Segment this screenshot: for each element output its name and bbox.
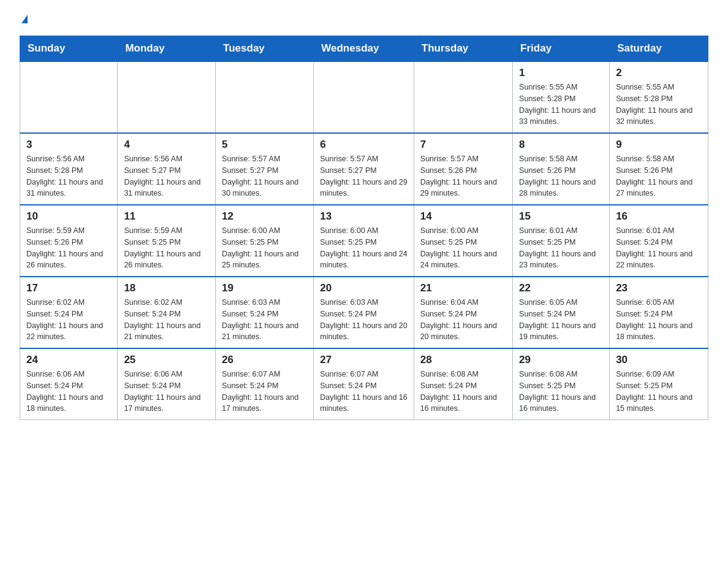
day-number: 15 <box>519 210 603 223</box>
day-info: Sunrise: 6:00 AMSunset: 5:25 PMDaylight:… <box>222 225 307 271</box>
day-info: Sunrise: 6:08 AMSunset: 5:24 PMDaylight:… <box>420 369 506 415</box>
day-number: 26 <box>222 354 307 366</box>
table-row <box>20 61 118 133</box>
day-info: Sunrise: 5:59 AMSunset: 5:25 PMDaylight:… <box>124 225 209 271</box>
day-info: Sunrise: 6:04 AMSunset: 5:24 PMDaylight:… <box>420 297 506 343</box>
calendar-week-row: 3Sunrise: 5:56 AMSunset: 5:28 PMDaylight… <box>20 133 708 205</box>
col-sunday: Sunday <box>20 36 118 62</box>
day-number: 17 <box>26 282 111 294</box>
table-row: 23Sunrise: 6:05 AMSunset: 5:24 PMDayligh… <box>610 277 708 348</box>
table-row: 11Sunrise: 5:59 AMSunset: 5:25 PMDayligh… <box>118 205 216 277</box>
table-row: 25Sunrise: 6:06 AMSunset: 5:24 PMDayligh… <box>118 348 216 420</box>
day-number: 27 <box>320 354 408 366</box>
table-row: 22Sunrise: 6:05 AMSunset: 5:24 PMDayligh… <box>513 277 610 348</box>
table-row: 8Sunrise: 5:58 AMSunset: 5:26 PMDaylight… <box>513 133 610 205</box>
table-row: 13Sunrise: 6:00 AMSunset: 5:25 PMDayligh… <box>314 205 414 277</box>
day-info: Sunrise: 6:02 AMSunset: 5:24 PMDaylight:… <box>26 297 111 343</box>
day-info: Sunrise: 6:03 AMSunset: 5:24 PMDaylight:… <box>320 297 408 343</box>
day-number: 14 <box>420 210 506 223</box>
day-number: 28 <box>420 354 506 366</box>
day-number: 30 <box>616 354 702 366</box>
logo <box>20 15 28 25</box>
day-info: Sunrise: 5:57 AMSunset: 5:26 PMDaylight:… <box>420 153 506 199</box>
col-monday: Monday <box>118 36 216 62</box>
day-number: 8 <box>519 139 603 151</box>
calendar-week-row: 1Sunrise: 5:55 AMSunset: 5:28 PMDaylight… <box>20 61 708 133</box>
day-number: 20 <box>320 282 408 294</box>
table-row <box>216 61 314 133</box>
logo-triangle-icon <box>21 15 28 23</box>
day-info: Sunrise: 6:01 AMSunset: 5:24 PMDaylight:… <box>616 225 702 271</box>
table-row: 28Sunrise: 6:08 AMSunset: 5:24 PMDayligh… <box>414 348 512 420</box>
day-info: Sunrise: 5:59 AMSunset: 5:26 PMDaylight:… <box>26 225 111 271</box>
day-number: 10 <box>26 210 111 223</box>
table-row: 4Sunrise: 5:56 AMSunset: 5:27 PMDaylight… <box>118 133 216 205</box>
table-row <box>414 61 512 133</box>
table-row: 2Sunrise: 5:55 AMSunset: 5:28 PMDaylight… <box>610 61 708 133</box>
day-number: 23 <box>616 282 702 294</box>
day-info: Sunrise: 6:02 AMSunset: 5:24 PMDaylight:… <box>124 297 209 343</box>
table-row: 9Sunrise: 5:58 AMSunset: 5:26 PMDaylight… <box>610 133 708 205</box>
day-number: 11 <box>124 210 209 223</box>
table-row: 19Sunrise: 6:03 AMSunset: 5:24 PMDayligh… <box>216 277 314 348</box>
table-row <box>118 61 216 133</box>
table-row: 14Sunrise: 6:00 AMSunset: 5:25 PMDayligh… <box>414 205 512 277</box>
calendar-week-row: 24Sunrise: 6:06 AMSunset: 5:24 PMDayligh… <box>20 348 708 420</box>
table-row: 18Sunrise: 6:02 AMSunset: 5:24 PMDayligh… <box>118 277 216 348</box>
day-info: Sunrise: 5:55 AMSunset: 5:28 PMDaylight:… <box>616 82 702 128</box>
calendar-table: Sunday Monday Tuesday Wednesday Thursday… <box>20 36 708 420</box>
day-number: 9 <box>616 139 702 151</box>
day-info: Sunrise: 6:00 AMSunset: 5:25 PMDaylight:… <box>320 225 408 271</box>
table-row: 24Sunrise: 6:06 AMSunset: 5:24 PMDayligh… <box>20 348 118 420</box>
day-info: Sunrise: 5:57 AMSunset: 5:27 PMDaylight:… <box>320 153 408 199</box>
table-row: 20Sunrise: 6:03 AMSunset: 5:24 PMDayligh… <box>314 277 414 348</box>
table-row: 17Sunrise: 6:02 AMSunset: 5:24 PMDayligh… <box>20 277 118 348</box>
day-info: Sunrise: 6:03 AMSunset: 5:24 PMDaylight:… <box>222 297 307 343</box>
table-row: 27Sunrise: 6:07 AMSunset: 5:24 PMDayligh… <box>314 348 414 420</box>
day-info: Sunrise: 5:56 AMSunset: 5:27 PMDaylight:… <box>124 153 209 199</box>
col-tuesday: Tuesday <box>216 36 314 62</box>
day-info: Sunrise: 6:01 AMSunset: 5:25 PMDaylight:… <box>519 225 603 271</box>
col-friday: Friday <box>513 36 610 62</box>
day-number: 24 <box>26 354 111 366</box>
calendar-week-row: 10Sunrise: 5:59 AMSunset: 5:26 PMDayligh… <box>20 205 708 277</box>
day-number: 18 <box>124 282 209 294</box>
day-number: 3 <box>26 139 111 151</box>
day-info: Sunrise: 6:09 AMSunset: 5:25 PMDaylight:… <box>616 369 702 415</box>
table-row: 1Sunrise: 5:55 AMSunset: 5:28 PMDaylight… <box>513 61 610 133</box>
day-info: Sunrise: 6:05 AMSunset: 5:24 PMDaylight:… <box>616 297 702 343</box>
col-thursday: Thursday <box>414 36 512 62</box>
day-info: Sunrise: 6:07 AMSunset: 5:24 PMDaylight:… <box>320 369 408 415</box>
table-row: 5Sunrise: 5:57 AMSunset: 5:27 PMDaylight… <box>216 133 314 205</box>
calendar-week-row: 17Sunrise: 6:02 AMSunset: 5:24 PMDayligh… <box>20 277 708 348</box>
day-number: 29 <box>519 354 603 366</box>
day-number: 1 <box>519 67 603 79</box>
day-number: 21 <box>420 282 506 294</box>
day-info: Sunrise: 6:06 AMSunset: 5:24 PMDaylight:… <box>26 369 111 415</box>
table-row: 30Sunrise: 6:09 AMSunset: 5:25 PMDayligh… <box>610 348 708 420</box>
day-number: 4 <box>124 139 209 151</box>
table-row: 26Sunrise: 6:07 AMSunset: 5:24 PMDayligh… <box>216 348 314 420</box>
table-row: 7Sunrise: 5:57 AMSunset: 5:26 PMDaylight… <box>414 133 512 205</box>
day-number: 5 <box>222 139 307 151</box>
day-number: 6 <box>320 139 408 151</box>
col-wednesday: Wednesday <box>314 36 414 62</box>
table-row: 6Sunrise: 5:57 AMSunset: 5:27 PMDaylight… <box>314 133 414 205</box>
table-row: 12Sunrise: 6:00 AMSunset: 5:25 PMDayligh… <box>216 205 314 277</box>
calendar-header-row: Sunday Monday Tuesday Wednesday Thursday… <box>20 36 708 62</box>
day-info: Sunrise: 5:57 AMSunset: 5:27 PMDaylight:… <box>222 153 307 199</box>
day-number: 22 <box>519 282 603 294</box>
day-info: Sunrise: 5:58 AMSunset: 5:26 PMDaylight:… <box>519 153 603 199</box>
col-saturday: Saturday <box>610 36 708 62</box>
table-row <box>314 61 414 133</box>
table-row: 21Sunrise: 6:04 AMSunset: 5:24 PMDayligh… <box>414 277 512 348</box>
day-info: Sunrise: 6:00 AMSunset: 5:25 PMDaylight:… <box>420 225 506 271</box>
table-row: 29Sunrise: 6:08 AMSunset: 5:25 PMDayligh… <box>513 348 610 420</box>
day-info: Sunrise: 5:56 AMSunset: 5:28 PMDaylight:… <box>26 153 111 199</box>
day-info: Sunrise: 5:58 AMSunset: 5:26 PMDaylight:… <box>616 153 702 199</box>
table-row: 10Sunrise: 5:59 AMSunset: 5:26 PMDayligh… <box>20 205 118 277</box>
day-number: 16 <box>616 210 702 223</box>
day-info: Sunrise: 6:07 AMSunset: 5:24 PMDaylight:… <box>222 369 307 415</box>
day-number: 25 <box>124 354 209 366</box>
day-number: 7 <box>420 139 506 151</box>
